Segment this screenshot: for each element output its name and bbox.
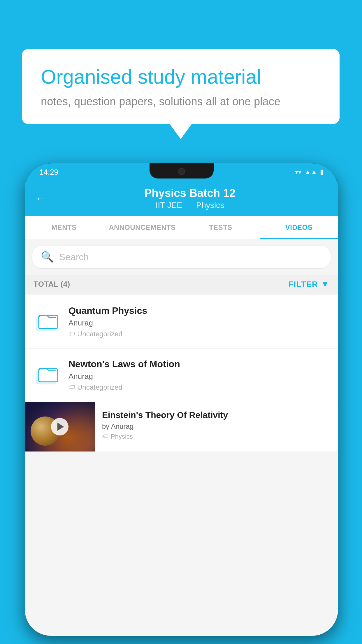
tab-announcements[interactable]: ANNOUNCEMENTS — [103, 216, 182, 239]
bubble-title: Organised study material — [41, 65, 321, 89]
search-bar[interactable]: 🔍 Search — [32, 246, 331, 268]
list-item[interactable]: Newton's Laws of Motion Anurag 🏷 Uncateg… — [25, 349, 338, 402]
item-author: by Anurag — [102, 422, 331, 430]
signal-icon: ▲▲ — [304, 168, 317, 176]
item-info: Newton's Laws of Motion Anurag 🏷 Uncateg… — [68, 359, 329, 391]
phone-frame: 14:29 ▾▾ ▲▲ ▮ ← Physics Batch 12 IIT JEE… — [25, 163, 338, 636]
tab-ments[interactable]: MENTS — [25, 216, 103, 239]
item-title: Quantum Physics — [68, 305, 329, 316]
tag-icon: 🏷 — [68, 330, 75, 338]
app-header: ← Physics Batch 12 IIT JEE Physics — [25, 181, 338, 216]
tab-videos[interactable]: VIDEOS — [260, 216, 338, 239]
item-author: Anurag — [68, 372, 329, 381]
back-button[interactable]: ← — [35, 192, 46, 205]
item-title: Newton's Laws of Motion — [68, 359, 329, 370]
item-title: Einstein's Theory Of Relativity — [102, 410, 331, 420]
video-thumbnail — [25, 402, 95, 452]
tag-icon: 🏷 — [68, 384, 75, 391]
item-tag: 🏷 Uncategorized — [68, 383, 329, 391]
item-info: Einstein's Theory Of Relativity by Anura… — [95, 402, 338, 449]
tag-icon: 🏷 — [102, 433, 108, 440]
list-item[interactable]: Quantum Physics Anurag 🏷 Uncategorized — [25, 295, 338, 349]
search-icon: 🔍 — [41, 251, 54, 263]
bubble-subtitle: notes, question papers, solutions all at… — [41, 95, 321, 108]
item-tag: 🏷 Uncategorized — [68, 330, 329, 338]
filter-bar: TOTAL (4) FILTER ▼ — [25, 275, 338, 294]
video-list: Quantum Physics Anurag 🏷 Uncategorized — [25, 295, 338, 452]
app-content: ← Physics Batch 12 IIT JEE Physics MENTS… — [25, 181, 338, 636]
status-icons: ▾▾ ▲▲ ▮ — [295, 168, 324, 176]
header-center: Physics Batch 12 IIT JEE Physics — [52, 187, 328, 210]
list-item[interactable]: Einstein's Theory Of Relativity by Anura… — [25, 402, 338, 452]
folder-icon — [34, 309, 60, 335]
front-camera — [178, 168, 185, 175]
status-time: 14:29 — [39, 168, 58, 177]
filter-icon: ▼ — [321, 280, 329, 289]
item-tag: 🏷 Physics — [102, 433, 331, 440]
total-count: TOTAL (4) — [34, 280, 70, 289]
tab-tests[interactable]: TESTS — [182, 216, 260, 239]
batch-subtitle: IIT JEE Physics — [52, 201, 328, 210]
play-icon — [57, 423, 64, 431]
batch-title: Physics Batch 12 — [52, 187, 328, 200]
wifi-icon: ▾▾ — [295, 168, 301, 176]
battery-icon: ▮ — [320, 168, 324, 176]
search-placeholder: Search — [59, 252, 89, 262]
subtitle-iitjee: IIT JEE — [156, 201, 182, 210]
item-info: Quantum Physics Anurag 🏷 Uncategorized — [68, 305, 329, 338]
subtitle-physics: Physics — [196, 201, 224, 210]
folder-icon — [34, 362, 60, 388]
filter-button[interactable]: FILTER ▼ — [288, 280, 329, 289]
phone-notch — [150, 163, 214, 178]
speech-bubble: Organised study material notes, question… — [22, 49, 340, 124]
tabs-bar: MENTS ANNOUNCEMENTS TESTS VIDEOS — [25, 216, 338, 239]
item-author: Anurag — [68, 318, 329, 328]
play-button[interactable] — [51, 418, 68, 435]
